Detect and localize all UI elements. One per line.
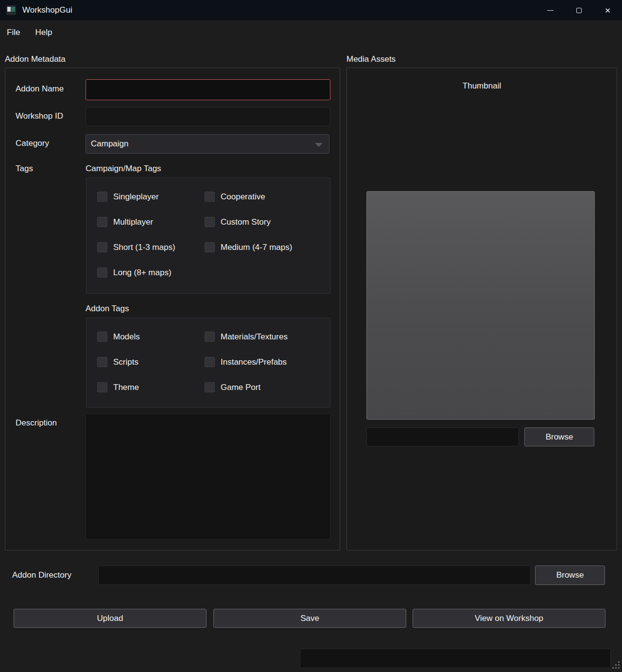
- checkbox-short-maps[interactable]: Short (1-3 maps): [97, 242, 205, 252]
- checkbox-box: [205, 217, 215, 227]
- media-assets-panel: Thumbnail Browse: [346, 68, 617, 550]
- checkbox-label: Cooperative: [221, 192, 265, 202]
- maximize-button[interactable]: [565, 0, 593, 20]
- view-on-workshop-button[interactable]: View on Workshop: [413, 609, 605, 628]
- menubar: File Help: [0, 20, 622, 45]
- chevron-down-icon: [315, 143, 323, 147]
- checkbox-label: Custom Story: [221, 217, 271, 227]
- checkbox-label: Models: [113, 332, 140, 342]
- addon-metadata-panel: Addon Name Workshop ID Category Campaign…: [5, 68, 340, 550]
- addon-directory-browse-button[interactable]: Browse: [535, 566, 605, 585]
- addon-directory-input[interactable]: [98, 566, 531, 585]
- save-button[interactable]: Save: [213, 609, 406, 628]
- upload-button[interactable]: Upload: [14, 609, 207, 628]
- checkbox-box: [205, 382, 215, 392]
- addon-directory-browse-label: Browse: [556, 570, 584, 580]
- menu-help[interactable]: Help: [35, 28, 52, 37]
- category-label: Category: [16, 139, 49, 148]
- checkbox-materials-textures[interactable]: Materials/Textures: [205, 332, 330, 342]
- close-button[interactable]: ✕: [593, 0, 622, 20]
- menu-file[interactable]: File: [7, 28, 20, 37]
- addon-name-input[interactable]: [86, 79, 330, 100]
- save-button-label: Save: [300, 614, 319, 623]
- app-icon: [6, 5, 16, 15]
- checkbox-instances-prefabs[interactable]: Instances/Prefabs: [205, 357, 330, 367]
- checkbox-box: [97, 357, 107, 367]
- checkbox-theme[interactable]: Theme: [97, 382, 205, 392]
- checkbox-label: Long (8+ maps): [113, 268, 172, 278]
- checkbox-label: Multiplayer: [113, 217, 153, 227]
- close-icon: ✕: [605, 7, 611, 14]
- checkbox-label: Medium (4-7 maps): [221, 243, 292, 252]
- addon-directory-label: Addon Directory: [12, 570, 71, 580]
- checkbox-box: [205, 242, 215, 252]
- minimize-button[interactable]: [536, 0, 565, 20]
- titlebar: WorkshopGui ✕: [0, 0, 622, 20]
- window-title: WorkshopGui: [22, 5, 72, 15]
- checkbox-long-maps[interactable]: Long (8+ maps): [97, 267, 205, 278]
- media-section-title: Media Assets: [346, 54, 396, 64]
- thumbnail-label: Thumbnail: [347, 81, 617, 91]
- checkbox-box: [97, 192, 107, 202]
- category-selected-value: Campaign: [91, 139, 129, 149]
- checkbox-label: Theme: [113, 383, 139, 392]
- checkbox-label: Scripts: [113, 357, 138, 367]
- maximize-icon: [576, 8, 582, 13]
- checkbox-label: Short (1-3 maps): [113, 243, 175, 252]
- thumbnail-path-input[interactable]: [366, 427, 519, 446]
- checkbox-box: [97, 217, 107, 227]
- campaign-tags-group: Singleplayer Cooperative Multiplayer Cus…: [86, 177, 330, 294]
- checkbox-scripts[interactable]: Scripts: [97, 357, 205, 367]
- thumbnail-preview: [366, 191, 595, 420]
- minimize-icon: [547, 10, 553, 11]
- view-on-workshop-button-label: View on Workshop: [475, 614, 543, 623]
- window-controls: ✕: [536, 0, 622, 20]
- description-label: Description: [16, 418, 57, 428]
- checkbox-label: Materials/Textures: [221, 332, 288, 342]
- checkbox-label: Game Port: [221, 383, 260, 392]
- status-input[interactable]: [300, 649, 611, 668]
- checkbox-box: [205, 332, 215, 342]
- checkbox-medium-maps[interactable]: Medium (4-7 maps): [205, 242, 330, 252]
- campaign-tags-title: Campaign/Map Tags: [86, 164, 161, 174]
- checkbox-label: Instances/Prefabs: [221, 357, 287, 367]
- workshop-id-label: Workshop ID: [16, 111, 63, 121]
- thumbnail-browse-label: Browse: [546, 432, 573, 442]
- checkbox-box: [205, 192, 215, 202]
- checkbox-label: Singleplayer: [113, 192, 159, 202]
- checkbox-box: [97, 267, 107, 278]
- addon-name-label: Addon Name: [16, 84, 64, 94]
- addon-tags-title: Addon Tags: [86, 304, 129, 314]
- checkbox-cooperative[interactable]: Cooperative: [205, 192, 330, 202]
- checkbox-box: [205, 357, 215, 367]
- resize-grip-icon[interactable]: [612, 661, 620, 669]
- checkbox-singleplayer[interactable]: Singleplayer: [97, 192, 205, 202]
- category-dropdown[interactable]: Campaign: [86, 134, 329, 154]
- tags-label: Tags: [16, 164, 33, 174]
- checkbox-multiplayer[interactable]: Multiplayer: [97, 217, 205, 227]
- checkbox-box: [97, 242, 107, 252]
- checkbox-custom-story[interactable]: Custom Story: [205, 217, 330, 227]
- checkbox-box: [97, 382, 107, 392]
- addon-tags-group: Models Materials/Textures Scripts Instan…: [86, 318, 330, 407]
- checkbox-models[interactable]: Models: [97, 332, 205, 342]
- checkbox-game-port[interactable]: Game Port: [205, 382, 330, 392]
- thumbnail-browse-button[interactable]: Browse: [524, 427, 594, 446]
- description-textarea[interactable]: [86, 414, 330, 540]
- upload-button-label: Upload: [97, 614, 123, 623]
- workshop-id-input[interactable]: [86, 107, 330, 126]
- checkbox-box: [97, 332, 107, 342]
- metadata-section-title: Addon Metadata: [5, 54, 66, 64]
